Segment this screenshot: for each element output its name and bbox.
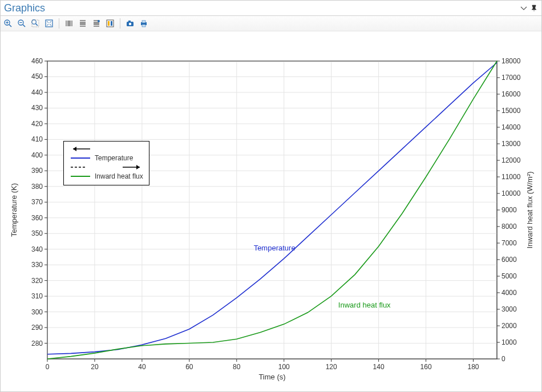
svg-text:5000: 5000 bbox=[501, 272, 517, 280]
svg-text:100: 100 bbox=[278, 363, 290, 371]
svg-text:0: 0 bbox=[501, 355, 505, 363]
print-icon[interactable] bbox=[137, 17, 150, 30]
legend-label: Temperature bbox=[95, 153, 133, 163]
svg-rect-34 bbox=[142, 21, 145, 23]
svg-text:11000: 11000 bbox=[501, 173, 521, 181]
svg-text:310: 310 bbox=[31, 292, 43, 300]
zoom-extents-icon[interactable] bbox=[43, 17, 55, 30]
legend-arrow-right bbox=[95, 163, 143, 171]
svg-text:12000: 12000 bbox=[501, 156, 521, 164]
legend-swatch bbox=[70, 154, 91, 162]
toolbar-separator bbox=[59, 18, 59, 29]
svg-text:16000: 16000 bbox=[501, 90, 521, 98]
show-legends-icon[interactable] bbox=[104, 17, 116, 30]
svg-text:120: 120 bbox=[326, 363, 337, 371]
legend-row bbox=[70, 145, 143, 153]
svg-text:Time (s): Time (s) bbox=[258, 373, 285, 381]
svg-rect-35 bbox=[142, 25, 145, 27]
plot-area[interactable]: 0204060801001201401601802802903003103203… bbox=[1, 31, 541, 391]
zoom-out-icon[interactable] bbox=[15, 17, 28, 30]
svg-text:400: 400 bbox=[31, 151, 43, 159]
svg-text:460: 460 bbox=[31, 57, 43, 65]
svg-text:3000: 3000 bbox=[501, 305, 517, 313]
svg-text:14000: 14000 bbox=[501, 123, 521, 131]
graphics-panel: Graphics bbox=[0, 0, 542, 392]
svg-rect-28 bbox=[108, 21, 110, 26]
svg-text:390: 390 bbox=[31, 167, 43, 175]
svg-text:320: 320 bbox=[31, 277, 43, 285]
svg-text:60: 60 bbox=[185, 363, 193, 371]
svg-text:18000: 18000 bbox=[501, 57, 521, 65]
svg-text:Inward heat flux (W/m²): Inward heat flux (W/m²) bbox=[525, 171, 534, 248]
toolbar-separator bbox=[120, 18, 120, 29]
legend-row bbox=[70, 163, 143, 171]
legend-row: Temperature bbox=[70, 153, 143, 163]
svg-text:80: 80 bbox=[233, 363, 241, 371]
graphics-toolbar bbox=[1, 16, 541, 31]
svg-text:290: 290 bbox=[31, 324, 43, 332]
legend-swatch bbox=[70, 163, 91, 171]
legend-label: Inward heat flux bbox=[95, 171, 143, 181]
svg-line-8 bbox=[35, 23, 38, 26]
svg-text:280: 280 bbox=[31, 340, 43, 347]
svg-rect-31 bbox=[128, 21, 131, 22]
svg-point-26 bbox=[98, 20, 100, 22]
svg-text:40: 40 bbox=[138, 363, 146, 371]
svg-line-1 bbox=[9, 25, 11, 27]
svg-text:0: 0 bbox=[46, 363, 50, 371]
svg-rect-29 bbox=[111, 21, 112, 26]
svg-text:4000: 4000 bbox=[501, 289, 517, 297]
svg-line-5 bbox=[23, 25, 25, 27]
svg-text:140: 140 bbox=[373, 363, 385, 371]
log-x-icon[interactable] bbox=[63, 17, 75, 30]
svg-text:330: 330 bbox=[31, 261, 43, 269]
svg-text:180: 180 bbox=[468, 363, 479, 371]
svg-text:450: 450 bbox=[31, 72, 43, 80]
svg-text:340: 340 bbox=[31, 245, 43, 253]
svg-text:440: 440 bbox=[31, 88, 43, 96]
legend-swatch bbox=[70, 172, 91, 180]
svg-text:6000: 6000 bbox=[501, 256, 517, 264]
svg-text:9000: 9000 bbox=[501, 206, 517, 214]
svg-text:160: 160 bbox=[420, 363, 432, 371]
svg-text:20: 20 bbox=[91, 363, 99, 371]
log-y2-icon[interactable] bbox=[90, 17, 103, 30]
svg-rect-38 bbox=[47, 61, 497, 359]
log-y-icon[interactable] bbox=[76, 17, 89, 30]
svg-rect-10 bbox=[46, 20, 52, 27]
svg-text:430: 430 bbox=[31, 104, 43, 112]
svg-text:410: 410 bbox=[31, 135, 43, 143]
panel-menu-icon[interactable] bbox=[520, 4, 528, 12]
svg-text:13000: 13000 bbox=[501, 140, 521, 148]
svg-text:Temperature (K): Temperature (K) bbox=[10, 183, 18, 237]
svg-point-32 bbox=[129, 23, 131, 25]
svg-text:2000: 2000 bbox=[501, 322, 517, 330]
svg-text:15000: 15000 bbox=[501, 107, 521, 115]
panel-title: Graphics bbox=[4, 2, 517, 14]
svg-point-7 bbox=[32, 20, 37, 25]
svg-text:10000: 10000 bbox=[501, 189, 521, 197]
chart-legend: TemperatureInward heat flux bbox=[63, 141, 149, 185]
svg-text:380: 380 bbox=[31, 183, 43, 191]
svg-text:420: 420 bbox=[31, 120, 43, 128]
zoom-box-icon[interactable] bbox=[29, 17, 42, 30]
svg-text:350: 350 bbox=[31, 229, 43, 237]
annotation-label: Inward heat flux bbox=[338, 301, 391, 309]
svg-text:17000: 17000 bbox=[501, 74, 521, 82]
zoom-in-icon[interactable] bbox=[2, 17, 14, 30]
panel-pin-icon[interactable] bbox=[530, 4, 538, 12]
panel-titlebar: Graphics bbox=[1, 1, 541, 16]
legend-swatch bbox=[70, 145, 91, 153]
svg-text:8000: 8000 bbox=[501, 223, 517, 231]
svg-rect-27 bbox=[107, 20, 114, 27]
svg-text:1000: 1000 bbox=[501, 338, 517, 346]
svg-text:370: 370 bbox=[31, 198, 43, 206]
svg-text:300: 300 bbox=[31, 308, 43, 316]
snapshot-icon[interactable] bbox=[124, 17, 136, 30]
annotation-label: Temperature bbox=[254, 244, 296, 252]
svg-text:7000: 7000 bbox=[501, 239, 517, 247]
svg-text:360: 360 bbox=[31, 214, 43, 222]
legend-row: Inward heat flux bbox=[70, 171, 143, 181]
